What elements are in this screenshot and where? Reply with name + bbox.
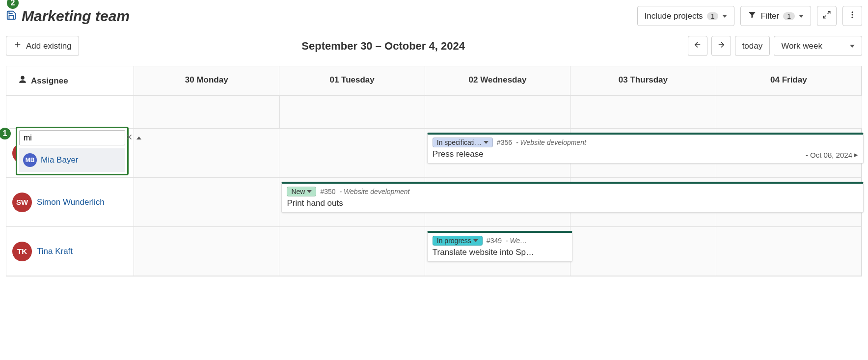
filter-count: 1	[783, 12, 795, 20]
assignee-cell: SWSimon Wunderlich	[6, 178, 134, 226]
view-mode-label: Work week	[781, 41, 822, 51]
assignee-label: Assignee	[31, 76, 68, 86]
day-cell[interactable]	[134, 227, 279, 276]
chevron-down-icon	[850, 45, 855, 48]
arrow-right-icon	[717, 40, 726, 52]
clear-icon[interactable]	[125, 133, 134, 143]
add-existing-label: Add existing	[26, 41, 72, 51]
day-header: 03 Thursday	[570, 66, 716, 96]
status-label: In progress	[437, 237, 471, 245]
status-label: In specificati…	[437, 138, 482, 146]
planner-row-empty	[6, 96, 862, 129]
arrow-left-icon	[693, 40, 702, 52]
next-week-button[interactable]	[711, 36, 731, 56]
kebab-icon	[848, 10, 857, 22]
assignee-search-input[interactable]	[24, 134, 122, 142]
status-pill[interactable]: In specificati…	[433, 138, 493, 147]
day-cell[interactable]	[716, 96, 862, 128]
day-cell[interactable]	[716, 227, 862, 276]
planner-row: OUOpenProject UserIn specificati… #356- …	[6, 129, 862, 178]
assignee-column-header: Assignee	[6, 66, 134, 96]
task-project: - Website development	[516, 138, 586, 146]
day-cell[interactable]	[571, 96, 717, 128]
day-cell[interactable]	[134, 96, 280, 128]
chevron-down-icon	[307, 190, 312, 193]
today-button[interactable]: today	[735, 36, 770, 56]
autocomplete-option-label: Mia Bayer	[41, 155, 79, 165]
assignee-autocomplete: MB Mia Bayer	[16, 127, 129, 175]
include-projects-count: 1	[707, 12, 719, 20]
assignee-name[interactable]: Tina Kraft	[37, 247, 73, 256]
task-end-date: - Oct 08, 2024 ▸	[806, 150, 858, 159]
date-range: September 30 – October 4, 2024	[79, 40, 688, 53]
task-card[interactable]: In specificati… #356- Website developmen…	[427, 133, 864, 164]
task-card[interactable]: New #350- Website developmentPrint hand …	[281, 182, 864, 213]
avatar: MB	[23, 153, 37, 167]
team-planner-grid: Assignee 30 Monday 01 Tuesday 02 Wednesd…	[6, 66, 862, 277]
task-id: #350	[320, 188, 335, 195]
planner-row: TKTina KraftIn progress #349- We…Transla…	[6, 227, 862, 276]
svg-point-4	[852, 17, 853, 18]
prev-week-button[interactable]	[688, 36, 707, 56]
svg-point-3	[852, 14, 853, 16]
status-pill[interactable]: New	[287, 187, 316, 196]
day-cell[interactable]	[280, 96, 426, 128]
assignee-cell: TKTina Kraft	[6, 227, 134, 276]
task-title: Print hand outs	[287, 198, 858, 208]
planner-row: SWSimon WunderlichNew #350- Website deve…	[6, 178, 862, 227]
person-icon	[18, 75, 27, 86]
page-title: Marketing team	[22, 8, 130, 25]
task-title: Press release	[433, 149, 858, 159]
plus-icon	[13, 40, 22, 52]
day-cell[interactable]	[279, 129, 425, 177]
include-projects-button[interactable]: Include projects 1	[637, 6, 735, 26]
today-label: today	[742, 41, 763, 51]
assignee-name[interactable]: Simon Wunderlich	[37, 197, 105, 207]
filter-button[interactable]: Filter 1	[740, 6, 811, 26]
day-cell[interactable]	[425, 96, 571, 128]
task-project: - Website development	[340, 188, 410, 195]
task-id: #356	[497, 138, 512, 146]
add-existing-button[interactable]: Add existing	[6, 36, 79, 56]
day-cell[interactable]	[134, 129, 279, 177]
day-cell[interactable]	[570, 227, 716, 276]
chevron-right-icon: ▸	[854, 150, 858, 159]
more-actions-button[interactable]	[842, 6, 862, 26]
day-header: 04 Friday	[716, 66, 862, 96]
day-cell[interactable]	[279, 227, 425, 276]
svg-point-2	[852, 11, 853, 13]
avatar: SW	[12, 193, 32, 212]
autocomplete-option[interactable]: MB Mia Bayer	[19, 148, 125, 172]
svg-line-1	[823, 16, 826, 18]
chevron-down-icon	[484, 141, 488, 144]
filter-icon	[748, 10, 757, 22]
chevron-down-icon	[799, 15, 804, 18]
day-header: 01 Tuesday	[279, 66, 425, 96]
chevron-down-icon	[473, 239, 478, 242]
filter-label: Filter	[760, 11, 779, 21]
task-project: - We…	[506, 237, 527, 245]
chevron-down-icon	[722, 15, 727, 18]
chevron-up-icon[interactable]	[136, 137, 141, 139]
view-mode-select[interactable]: Work week	[774, 36, 862, 56]
day-header: 02 Wednesday	[425, 66, 570, 96]
day-header: 30 Monday	[134, 66, 279, 96]
save-icon[interactable]	[6, 10, 17, 22]
expand-icon	[822, 10, 831, 22]
task-title: Translate website into Sp…	[433, 248, 567, 257]
svg-line-0	[828, 11, 830, 14]
fullscreen-button[interactable]	[817, 6, 837, 26]
day-cell[interactable]	[134, 178, 279, 226]
include-projects-label: Include projects	[645, 11, 703, 21]
status-label: New	[291, 188, 305, 195]
task-card[interactable]: In progress #349- We…Translate website i…	[427, 231, 572, 262]
status-pill[interactable]: In progress	[433, 236, 483, 246]
task-id: #349	[487, 237, 502, 245]
avatar: TK	[12, 242, 32, 261]
